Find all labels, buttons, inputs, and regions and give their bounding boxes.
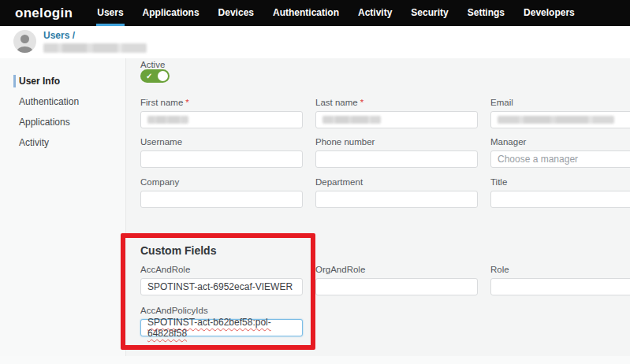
redacted-first-name-value [147, 116, 188, 124]
field-phone-number: Phone number [315, 137, 478, 168]
nav-tab-devices[interactable]: Devices [218, 0, 254, 26]
field-title: Title [490, 177, 630, 208]
field-email: Email [490, 98, 630, 128]
nav-tab-settings[interactable]: Settings [468, 0, 505, 26]
email-label: Email [490, 98, 630, 107]
user-header: Users / [0, 26, 630, 58]
active-label: Active [140, 60, 165, 69]
nav-tab-activity[interactable]: Activity [358, 0, 392, 26]
toggle-knob [158, 71, 168, 81]
department-label: Department [315, 177, 478, 187]
nav-tab-developers[interactable]: Developers [524, 0, 575, 26]
field-first-name: First name* [140, 98, 303, 128]
field-role: Role [490, 265, 630, 295]
field-department: Department [315, 177, 478, 208]
field-org-and-role: OrgAndRole [315, 265, 478, 295]
custom-fields-heading: Custom Fields [140, 244, 216, 257]
nav-tab-security[interactable]: Security [411, 0, 448, 26]
active-toggle[interactable]: ✓ [140, 69, 170, 83]
nav-tab-authentication[interactable]: Authentication [273, 0, 339, 26]
user-sidebar: User Info Authentication Applications Ac… [0, 58, 126, 356]
last-name-input[interactable] [315, 111, 478, 128]
field-username: Username [140, 137, 303, 168]
field-company: Company [140, 177, 303, 208]
redacted-last-name-value [322, 116, 381, 124]
redacted-email-value [498, 116, 614, 124]
email-input[interactable] [490, 111, 630, 128]
org-and-role-input[interactable] [315, 278, 478, 295]
role-input[interactable] [490, 278, 630, 295]
onelogin-logo: onelogin [15, 6, 73, 21]
field-manager: Manager Choose a manager [490, 137, 630, 168]
field-last-name: Last name* [315, 98, 478, 128]
required-asterisk: * [360, 98, 363, 107]
top-nav: onelogin Users Applications Devices Auth… [0, 0, 630, 26]
title-input[interactable] [490, 191, 630, 208]
company-input[interactable] [140, 191, 303, 208]
field-acc-and-role: AccAndRole SPOTINST-act-6952ecaf-VIEWER [140, 265, 303, 295]
username-input[interactable] [140, 150, 303, 168]
manager-label: Manager [490, 137, 630, 147]
phone-number-label: Phone number [315, 137, 478, 147]
sidebar-item-applications[interactable]: Applications [13, 116, 125, 128]
acc-and-role-label: AccAndRole [140, 265, 303, 274]
phone-number-input[interactable] [315, 150, 478, 168]
avatar-head-shape [21, 35, 29, 43]
user-avatar-icon [13, 30, 36, 53]
role-label: Role [490, 265, 630, 274]
nav-tab-users[interactable]: Users [97, 0, 123, 26]
acc-and-policy-ids-label: AccAndPolicyIds [140, 306, 303, 315]
acc-and-role-input[interactable]: SPOTINST-act-6952ecaf-VIEWER [140, 278, 303, 295]
redacted-user-name [43, 43, 147, 53]
manager-select[interactable]: Choose a manager [490, 150, 630, 168]
manager-placeholder: Choose a manager [498, 154, 578, 165]
sidebar-item-activity[interactable]: Activity [13, 136, 125, 149]
onelogin-user-page: onelogin Users Applications Devices Auth… [0, 0, 630, 364]
avatar-shoulders-shape [17, 46, 33, 53]
breadcrumb[interactable]: Users / [43, 30, 75, 41]
page-bottom-strip [0, 356, 630, 364]
department-input[interactable] [315, 191, 478, 208]
sidebar-item-authentication[interactable]: Authentication [13, 95, 125, 108]
required-asterisk: * [185, 98, 188, 107]
first-name-input[interactable] [140, 111, 303, 128]
title-label: Title [490, 177, 630, 187]
toggle-check-icon: ✓ [146, 69, 152, 83]
field-acc-and-policy-ids: AccAndPolicyIds SPOTINST-act-b62bef58:po… [140, 306, 303, 336]
nav-tab-applications[interactable]: Applications [143, 0, 199, 26]
last-name-label: Last name [315, 98, 358, 107]
username-label: Username [140, 137, 303, 147]
acc-and-policy-ids-input[interactable]: SPOTINST-act-b62bef58:pol-64828f58 [140, 319, 303, 336]
first-name-label: First name [140, 98, 183, 107]
user-info-form: Active ✓ First name* Last name* Email Us… [126, 58, 630, 356]
company-label: Company [140, 177, 303, 187]
sidebar-item-user-info[interactable]: User Info [13, 75, 125, 87]
org-and-role-label: OrgAndRole [315, 265, 478, 274]
